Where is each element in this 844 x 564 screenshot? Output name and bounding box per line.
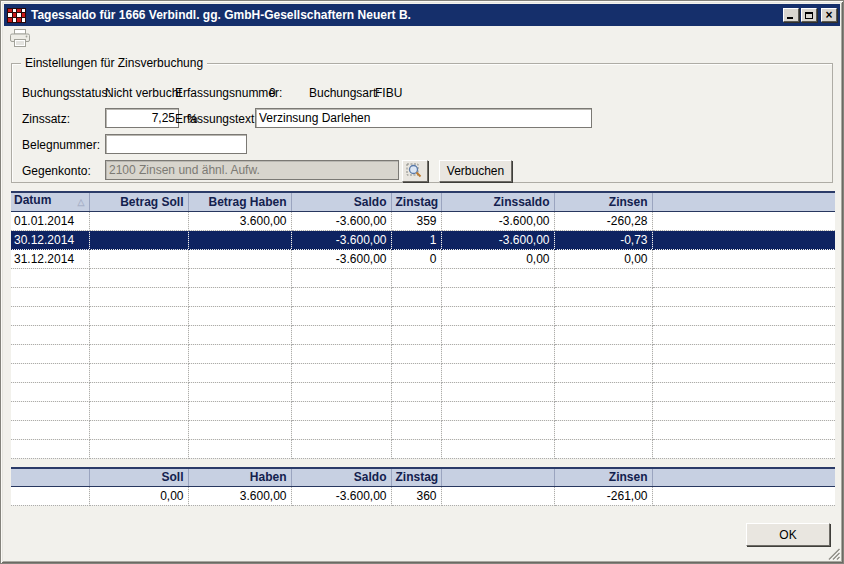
- maximize-icon: [805, 12, 813, 19]
- cell-filler: [652, 250, 835, 269]
- buchungsart-value: FIBU: [375, 86, 402, 100]
- sum-header-blank: [11, 468, 89, 486]
- buchungsstatus-label: Buchungsstatus:: [22, 86, 111, 100]
- maximize-button[interactable]: [801, 8, 817, 22]
- col-header-betrag-soll[interactable]: Betrag Soll: [89, 192, 188, 212]
- sum-filler: [652, 486, 835, 505]
- cell-datum: 30.12.2014: [11, 231, 89, 250]
- table-row[interactable]: 30.12.2014 -3.600,00 1 -3.600,00 -0,73: [11, 231, 835, 250]
- dialog-window: Tagessaldo für 1666 Verbindl. gg. GmbH-G…: [0, 0, 844, 564]
- cell-betrag-soll: [89, 250, 188, 269]
- cell-zinstag: 0: [391, 250, 441, 269]
- cell-saldo: -3.600,00: [291, 250, 391, 269]
- sum-zinstag: 360: [391, 486, 441, 505]
- toolbar: [4, 26, 840, 50]
- summary-header-row: Soll Haben Saldo Zinstag Zinsen: [11, 468, 835, 486]
- erfassungstext-label: Erfassungstext:: [175, 112, 258, 126]
- cell-betrag-soll: [89, 212, 188, 231]
- sort-asc-icon: △: [78, 193, 85, 211]
- sum-soll: 0,00: [89, 486, 188, 505]
- print-button[interactable]: [7, 27, 33, 49]
- sum-header-zinstag: Zinstag: [391, 468, 441, 486]
- magnifier-icon: [406, 163, 424, 179]
- cell-zinssaldo: -3.600,00: [441, 212, 554, 231]
- resize-grip-icon[interactable]: [827, 547, 840, 560]
- col-header-zinstag[interactable]: Zinstag: [391, 192, 441, 212]
- zinssatz-input[interactable]: [105, 108, 179, 128]
- empty-row: [11, 326, 835, 345]
- sum-saldo: -3.600,00: [291, 486, 391, 505]
- erfassungsnummer-label: Erfassungsnummer:: [175, 86, 282, 100]
- cell-zinsen: -260,28: [554, 212, 652, 231]
- empty-row: [11, 440, 835, 459]
- cell-zinstag: 359: [391, 212, 441, 231]
- buchungsstatus-value: Nicht verbucht: [105, 86, 182, 100]
- empty-row: [11, 402, 835, 421]
- tagessaldo-table: Datum△ Betrag Soll Betrag Haben Saldo Zi…: [11, 191, 835, 459]
- app-logo-icon: [7, 8, 26, 23]
- settings-groupbox: Einstellungen für Zinsverbuchung Buchung…: [11, 63, 833, 183]
- sum-header-filler: [652, 468, 835, 486]
- belegnummer-input[interactable]: [105, 134, 247, 154]
- col-header-saldo[interactable]: Saldo: [291, 192, 391, 212]
- col-header-zinsen[interactable]: Zinsen: [554, 192, 652, 212]
- title-bar: Tagessaldo für 1666 Verbindl. gg. GmbH-G…: [4, 4, 840, 26]
- col-header-zinssaldo[interactable]: Zinssaldo: [441, 192, 554, 212]
- col-header-datum[interactable]: Datum△: [11, 192, 89, 212]
- window-title: Tagessaldo für 1666 Verbindl. gg. GmbH-G…: [31, 8, 411, 22]
- erfassungsnummer-value: 0: [269, 86, 276, 100]
- gegenkonto-label: Gegenkonto:: [22, 164, 91, 178]
- table-body: 01.01.2014 3.600,00 -3.600,00 359 -3.600…: [11, 212, 835, 269]
- printer-icon: [9, 29, 31, 48]
- sum-header-saldo: Saldo: [291, 468, 391, 486]
- cell-zinsen: 0,00: [554, 250, 652, 269]
- col-header-filler: [652, 192, 835, 212]
- summary-row: 0,00 3.600,00 -3.600,00 360 -261,00: [11, 486, 835, 505]
- table-header-row: Datum△ Betrag Soll Betrag Haben Saldo Zi…: [11, 192, 835, 212]
- cell-betrag-haben: [188, 250, 291, 269]
- cell-betrag-haben: 3.600,00: [188, 212, 291, 231]
- table-row[interactable]: 31.12.2014 -3.600,00 0 0,00 0,00: [11, 250, 835, 269]
- table-row[interactable]: 01.01.2014 3.600,00 -3.600,00 359 -3.600…: [11, 212, 835, 231]
- zinssatz-label: Zinssatz:: [22, 112, 70, 126]
- cell-datum: 31.12.2014: [11, 250, 89, 269]
- cell-zinsen: -0,73: [554, 231, 652, 250]
- empty-row: [11, 288, 835, 307]
- sum-blank2: [441, 486, 554, 505]
- close-icon: ×: [825, 10, 832, 20]
- col-header-betrag-haben[interactable]: Betrag Haben: [188, 192, 291, 212]
- gegenkonto-lookup-button[interactable]: [402, 160, 428, 182]
- cell-zinssaldo: 0,00: [441, 250, 554, 269]
- cell-datum: 01.01.2014: [11, 212, 89, 231]
- sum-blank: [11, 486, 89, 505]
- summary-table: Soll Haben Saldo Zinstag Zinsen 0,00 3.6…: [11, 467, 835, 506]
- cell-saldo: -3.600,00: [291, 212, 391, 231]
- cell-zinstag: 1: [391, 231, 441, 250]
- sum-header-soll: Soll: [89, 468, 188, 486]
- minimize-button[interactable]: [783, 8, 799, 22]
- cell-betrag-soll: [89, 231, 188, 250]
- cell-filler: [652, 231, 835, 250]
- ok-button[interactable]: OK: [746, 523, 830, 546]
- cell-betrag-haben: [188, 231, 291, 250]
- minimize-icon: [787, 17, 793, 19]
- sum-zinsen: -261,00: [554, 486, 652, 505]
- empty-row: [11, 269, 835, 288]
- empty-row: [11, 421, 835, 440]
- empty-row: [11, 307, 835, 326]
- empty-grid-rows: [11, 269, 835, 459]
- close-button[interactable]: ×: [821, 8, 837, 22]
- cell-filler: [652, 212, 835, 231]
- empty-row: [11, 383, 835, 402]
- empty-row: [11, 345, 835, 364]
- sum-header-blank2: [441, 468, 554, 486]
- gegenkonto-input: [105, 160, 399, 180]
- erfassungstext-input[interactable]: [255, 108, 592, 128]
- sum-header-zinsen: Zinsen: [554, 468, 652, 486]
- sum-haben: 3.600,00: [188, 486, 291, 505]
- sum-header-haben: Haben: [188, 468, 291, 486]
- empty-row: [11, 364, 835, 383]
- groupbox-title: Einstellungen für Zinsverbuchung: [21, 56, 207, 70]
- belegnummer-label: Belegnummer:: [22, 138, 100, 152]
- verbuchen-button[interactable]: Verbuchen: [439, 160, 512, 182]
